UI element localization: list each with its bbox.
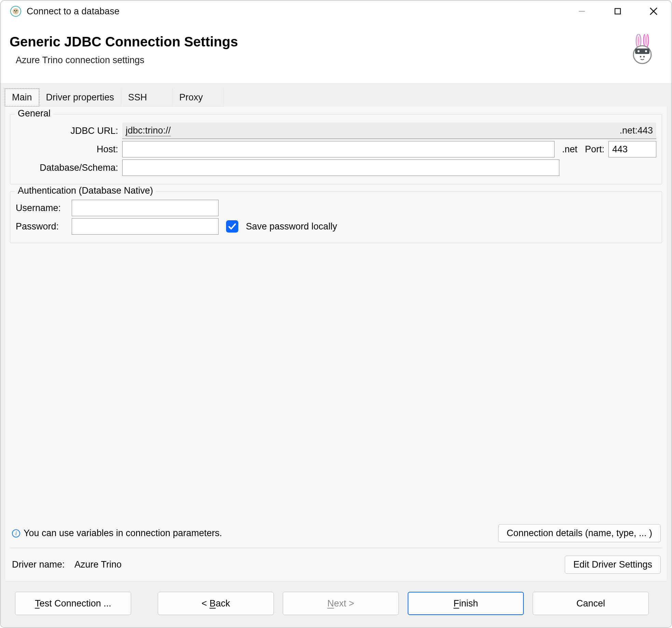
header-panel: Generic JDBC Connection Settings Azure T… — [1, 22, 671, 83]
info-row: i You can use variables in connection pa… — [10, 521, 662, 548]
mascot-icon — [627, 34, 658, 65]
svg-point-4 — [15, 12, 16, 13]
port-input[interactable] — [608, 141, 656, 157]
connection-details-button[interactable]: Connection details (name, type, ... ) — [498, 524, 661, 542]
svg-point-11 — [638, 36, 640, 46]
cancel-button[interactable]: Cancel — [533, 592, 649, 615]
minimize-button[interactable] — [564, 1, 600, 22]
driver-name-label: Driver name: — [12, 559, 65, 570]
info-hint: You can use variables in connection para… — [24, 528, 222, 539]
group-authentication-title: Authentication (Database Native) — [15, 185, 156, 196]
test-connection-rest: est Connection ... — [40, 598, 111, 609]
body-area: Main Driver properties SSH Proxy General… — [1, 83, 671, 627]
main-tab-panel: General JDBC URL: jdbc:trino:// .net:443… — [5, 107, 667, 582]
jdbc-url-display: jdbc:trino:// .net:443 — [122, 123, 656, 139]
test-connection-button[interactable]: Test Connection ... — [15, 592, 131, 615]
finish-button[interactable]: Finish — [408, 592, 524, 615]
dbschema-input[interactable] — [122, 159, 559, 176]
svg-point-17 — [640, 56, 642, 58]
username-label: Username: — [16, 203, 68, 213]
tab-bar: Main Driver properties SSH Proxy — [5, 88, 667, 107]
host-input[interactable] — [122, 141, 555, 157]
svg-point-1 — [13, 8, 19, 14]
tab-ssh[interactable]: SSH — [121, 88, 172, 107]
host-label: Host: — [16, 144, 118, 155]
svg-rect-14 — [635, 48, 649, 54]
wizard-footer: Test Connection ... < Back Next > Finish… — [5, 582, 667, 627]
page-title: Generic JDBC Connection Settings — [10, 34, 238, 50]
app-icon — [10, 5, 22, 17]
jdbc-url-label: JDBC URL: — [16, 126, 118, 136]
group-authentication: Authentication (Database Native) Usernam… — [10, 191, 662, 243]
port-label: Port: — [585, 144, 604, 155]
svg-rect-6 — [615, 9, 620, 14]
tab-driver-properties[interactable]: Driver properties — [39, 88, 122, 107]
password-label: Password: — [16, 221, 68, 232]
save-password-label: Save password locally — [246, 221, 337, 232]
back-button[interactable]: < Back — [158, 592, 274, 615]
tab-proxy[interactable]: Proxy — [172, 88, 224, 107]
dialog-window: Connect to a database Generic JDBC Conne… — [0, 0, 672, 628]
username-input[interactable] — [72, 200, 219, 216]
save-password-checkbox[interactable] — [226, 220, 238, 233]
host-suffix: .net — [559, 144, 581, 155]
info-icon: i — [12, 529, 20, 538]
password-input[interactable] — [72, 218, 219, 235]
svg-point-18 — [643, 56, 645, 58]
edit-driver-settings-button[interactable]: Edit Driver Settings — [565, 556, 661, 574]
title-bar: Connect to a database — [1, 1, 671, 22]
svg-point-2 — [14, 10, 15, 11]
svg-point-12 — [645, 35, 647, 46]
svg-point-16 — [645, 50, 647, 52]
svg-point-15 — [638, 50, 640, 52]
maximize-button[interactable] — [600, 1, 635, 22]
tab-main[interactable]: Main — [5, 88, 39, 107]
jdbc-url-right: .net:443 — [619, 125, 653, 136]
driver-row: Driver name: Azure Trino Edit Driver Set… — [10, 551, 662, 578]
next-button[interactable]: Next > — [283, 592, 399, 615]
svg-point-13 — [633, 46, 651, 64]
jdbc-url-left: jdbc:trino:// — [126, 125, 171, 136]
window-title: Connect to a database — [27, 6, 120, 17]
group-general: General JDBC URL: jdbc:trino:// .net:443… — [10, 114, 662, 184]
driver-name-value: Azure Trino — [74, 559, 122, 570]
close-button[interactable] — [635, 1, 671, 22]
dbschema-label: Database/Schema: — [16, 163, 118, 173]
page-subtitle: Azure Trino connection settings — [16, 55, 238, 66]
svg-point-3 — [16, 10, 17, 11]
group-general-title: General — [15, 108, 53, 119]
